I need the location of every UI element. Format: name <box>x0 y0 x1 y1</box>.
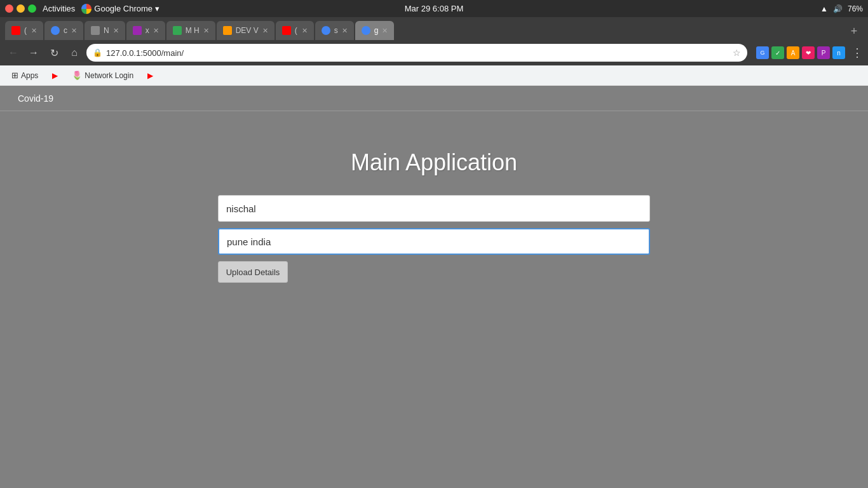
bookmark-network-login[interactable]: 🌷 Network Login <box>67 69 139 82</box>
activities-label[interactable]: Activities <box>43 4 75 13</box>
browser-tab-2[interactable]: c ✕ <box>44 21 83 40</box>
tab-close-2[interactable]: ✕ <box>71 27 77 35</box>
new-tab-button[interactable]: + <box>845 22 863 40</box>
tab-favicon-4 <box>133 26 142 35</box>
page-title: Main Application <box>351 149 517 176</box>
bookmark-youtube-1[interactable]: ▶ <box>47 69 63 82</box>
ext-icon-4[interactable]: ❤ <box>802 46 815 59</box>
reload-button[interactable]: ↻ <box>46 44 62 61</box>
tulip-icon: 🌷 <box>72 71 82 80</box>
browser-tab-active[interactable]: g ✕ <box>355 21 395 40</box>
volume-icon: 🔊 <box>833 4 843 13</box>
tab-close-4[interactable]: ✕ <box>153 27 159 35</box>
youtube-icon-2: ▶ <box>147 71 153 80</box>
tab-favicon-3 <box>91 26 100 35</box>
profile-icon[interactable]: n <box>832 46 845 59</box>
url-text: 127.0.0.1:5000/main/ <box>106 48 729 58</box>
browser-nav-bar: ← → ↻ ⌂ 🔒 127.0.0.1:5000/main/ ☆ G ✓ A ❤… <box>0 40 868 65</box>
tab-label-8: s <box>334 26 338 35</box>
tab-favicon-8 <box>322 26 330 35</box>
tab-close-active[interactable]: ✕ <box>382 27 388 35</box>
minimize-dot[interactable] <box>17 4 25 13</box>
tab-close-5[interactable]: ✕ <box>203 27 209 35</box>
browser-tab-5[interactable]: M H ✕ <box>166 21 215 40</box>
form-container: Upload Details <box>218 195 650 283</box>
chrome-icon <box>81 4 92 14</box>
tab-label-5: M H <box>186 26 200 35</box>
tab-close-6[interactable]: ✕ <box>262 27 268 35</box>
ext-icon-2[interactable]: ✓ <box>771 46 784 59</box>
tab-favicon-7 <box>282 26 291 35</box>
name-input[interactable] <box>218 195 650 222</box>
tab-label-active: g <box>374 26 379 35</box>
upload-details-button[interactable]: Upload Details <box>218 261 288 283</box>
window-controls <box>5 4 36 13</box>
tab-favicon-1 <box>11 26 20 35</box>
apps-grid-icon: ⊞ <box>11 71 18 80</box>
os-datetime: Mar 29 6:08 PM <box>405 4 464 13</box>
wifi-icon: ▲ <box>820 4 828 13</box>
browser-tab-7[interactable]: ( ✕ <box>276 21 314 40</box>
forward-button[interactable]: → <box>25 44 42 61</box>
bookmarks-bar: ⊞ Apps ▶ 🌷 Network Login ▶ <box>0 65 868 86</box>
tab-close-1[interactable]: ✕ <box>31 27 37 35</box>
tab-favicon-2 <box>51 26 60 35</box>
tab-favicon-5 <box>173 26 182 35</box>
bookmark-star-icon[interactable]: ☆ <box>733 48 741 58</box>
tab-label-1: ( <box>24 26 27 35</box>
home-button[interactable]: ⌂ <box>66 44 83 61</box>
browser-tab-6[interactable]: DEV V ✕ <box>217 21 275 40</box>
bookmark-apps-label: Apps <box>21 71 38 80</box>
site-nav-covid[interactable]: Covid-19 <box>10 88 61 109</box>
browser-tab-1[interactable]: ( ✕ <box>5 21 43 40</box>
tab-close-7[interactable]: ✕ <box>302 27 308 35</box>
chrome-app-label[interactable]: Google Chrome ▾ <box>81 4 159 14</box>
os-top-bar: Activities Google Chrome ▾ Mar 29 6:08 P… <box>0 0 868 17</box>
os-bar-left: Activities Google Chrome ▾ <box>5 4 159 14</box>
browser-tab-8[interactable]: s ✕ <box>315 21 354 40</box>
site-nav-bar: Covid-19 <box>0 86 868 111</box>
chrome-chevron: ▾ <box>155 4 159 13</box>
ext-icon-5[interactable]: P <box>817 46 830 59</box>
tab-label-2: c <box>64 26 67 35</box>
tab-favicon-active <box>362 26 370 35</box>
tab-close-8[interactable]: ✕ <box>342 27 348 35</box>
close-dot[interactable] <box>5 4 13 13</box>
tab-label-3: N <box>104 26 109 35</box>
browser-tab-4[interactable]: x ✕ <box>126 21 165 40</box>
bookmark-youtube-2[interactable]: ▶ <box>142 69 158 82</box>
location-input[interactable] <box>218 228 650 255</box>
browser-tab-3[interactable]: N ✕ <box>85 21 125 40</box>
tab-close-3[interactable]: ✕ <box>113 27 119 35</box>
extension-icons: G ✓ A ❤ P n <box>756 46 845 59</box>
tab-favicon-6 <box>223 26 232 35</box>
bookmark-apps[interactable]: ⊞ Apps <box>6 69 43 82</box>
tab-list: ( ✕ c ✕ N ✕ x ✕ M H ✕ DEV V ✕ <box>5 21 845 40</box>
tab-label-7: ( <box>295 26 297 35</box>
youtube-icon-1: ▶ <box>52 71 58 80</box>
back-button[interactable]: ← <box>5 44 22 61</box>
ext-icon-1[interactable]: G <box>756 46 769 59</box>
bookmark-network-label: Network Login <box>85 71 133 80</box>
main-content: Main Application Upload Details <box>0 111 868 488</box>
battery-label: 76% <box>848 4 863 13</box>
tab-bar: ( ✕ c ✕ N ✕ x ✕ M H ✕ DEV V ✕ <box>0 17 868 40</box>
tab-label-4: x <box>146 26 149 35</box>
maximize-dot[interactable] <box>28 4 36 13</box>
address-bar[interactable]: 🔒 127.0.0.1:5000/main/ ☆ <box>86 44 747 62</box>
os-bar-right: ▲ 🔊 76% <box>820 4 863 13</box>
tab-label-6: DEV V <box>236 26 259 35</box>
chrome-name: Google Chrome <box>94 4 153 13</box>
ext-icon-3[interactable]: A <box>787 46 799 59</box>
browser-menu-button[interactable]: ⋮ <box>851 46 863 60</box>
lock-icon: 🔒 <box>93 48 102 57</box>
